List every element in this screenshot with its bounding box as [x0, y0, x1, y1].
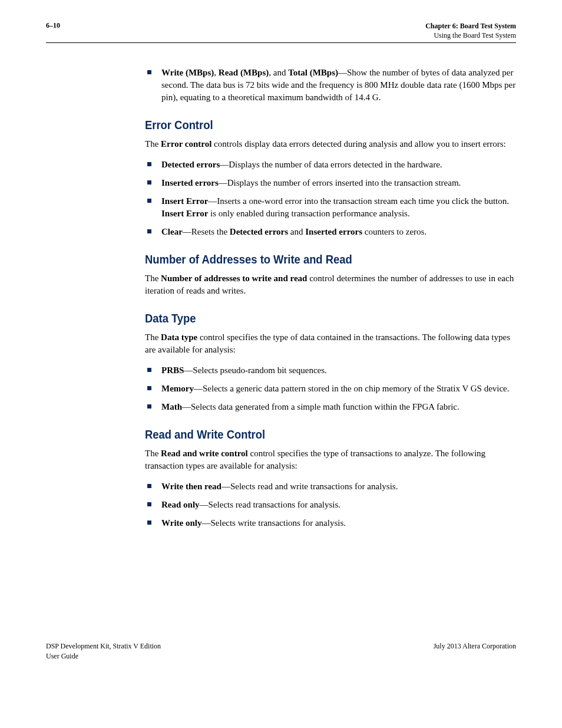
term: Insert Error [161, 196, 208, 206]
text: The [145, 139, 161, 149]
text: The [145, 332, 161, 342]
body-content: Write (MBps), Read (MBps), and Total (MB… [145, 67, 516, 529]
text: —Selects pseudo-random bit sequences. [184, 365, 326, 375]
list-item: Math—Selects data generated from a simpl… [145, 401, 516, 413]
header-section: Using the Board Test System [425, 31, 516, 40]
text: —Selects read and write transactions for… [222, 482, 398, 491]
term: Error control [161, 139, 211, 149]
term: Detected errors [230, 227, 288, 236]
text: —Selects write transactions for analysis… [201, 518, 346, 528]
term-write-mbps: Write (MBps) [161, 68, 214, 77]
para: The Error control controls display data … [145, 138, 516, 150]
term: Memory [161, 384, 194, 393]
list-item: Detected errors—Displays the number of d… [145, 159, 516, 171]
term: PRBS [161, 365, 184, 375]
text: is only enabled during transaction perfo… [208, 209, 409, 218]
header-rule [46, 42, 516, 43]
term: Data type [161, 332, 197, 342]
page-header: 6–10 Chapter 6: Board Test System Using … [46, 21, 516, 40]
text: —Inserts a one-word error into the trans… [208, 196, 509, 206]
text: —Selects data generated from a simple ma… [182, 402, 459, 411]
text: control specifies the type of data conta… [145, 332, 510, 354]
heading-error-control: Error Control [145, 117, 487, 133]
list-item: Write then read—Selects read and write t… [145, 480, 516, 493]
para: The Read and write control control speci… [145, 447, 516, 472]
term: Write only [161, 518, 201, 528]
text: —Displays the number of data errors dete… [220, 160, 442, 169]
text: counters to zeros. [362, 227, 427, 236]
list-item: Write only—Selects write transactions fo… [145, 517, 516, 529]
list-item: Read only—Selects read transactions for … [145, 499, 516, 511]
term: Read and write control [161, 449, 248, 458]
text: and [288, 227, 305, 236]
text: —Selects a generic data pattern stored i… [194, 384, 510, 393]
list-item: Inserted errors—Displays the number of e… [145, 177, 516, 189]
heading-addresses: Number of Addresses to Write and Read [145, 251, 487, 268]
text: The [145, 449, 161, 458]
term: Read only [161, 500, 200, 509]
footer-right: July 2013 Altera Corporation [434, 641, 516, 660]
heading-rw-control: Read and Write Control [145, 426, 487, 443]
list-item: Memory—Selects a generic data pattern st… [145, 383, 516, 395]
term: Inserted errors [305, 227, 362, 236]
list-item: Clear—Resets the Detected errors and Ins… [145, 226, 516, 238]
term-total-mbps: Total (MBps) [288, 68, 338, 77]
list-item: Write (MBps), Read (MBps), and Total (MB… [145, 67, 516, 104]
page-number: 6–10 [46, 21, 60, 30]
para: The Number of addresses to write and rea… [145, 272, 516, 297]
para: The Data type control specifies the type… [145, 331, 516, 356]
text: , [214, 68, 219, 77]
text: controls display data errors detected du… [211, 139, 505, 149]
term: Detected errors [161, 160, 220, 169]
list-item: PRBS—Selects pseudo-random bit sequences… [145, 364, 516, 377]
text: —Displays the number of errors inserted … [219, 178, 461, 187]
term: Inserted errors [161, 178, 219, 187]
term: Clear [161, 227, 183, 236]
text: , and [269, 68, 288, 77]
header-chapter: Chapter 6: Board Test System [425, 21, 516, 31]
term: Number of addresses to write and read [161, 274, 307, 283]
footer-doc-subtitle: User Guide [46, 651, 161, 661]
term: Write then read [161, 482, 222, 491]
list-item: Insert Error—Inserts a one-word error in… [145, 195, 516, 220]
heading-data-type: Data Type [145, 310, 487, 327]
page-footer: DSP Development Kit, Stratix V Edition U… [46, 641, 516, 660]
term: Insert Error [161, 209, 208, 218]
text: The [145, 274, 161, 283]
text: —Selects read transactions for analysis. [200, 500, 341, 509]
text: —Resets the [183, 227, 230, 236]
term: Math [161, 402, 182, 411]
term-read-mbps: Read (MBps) [219, 68, 269, 77]
footer-doc-title: DSP Development Kit, Stratix V Edition [46, 641, 161, 651]
